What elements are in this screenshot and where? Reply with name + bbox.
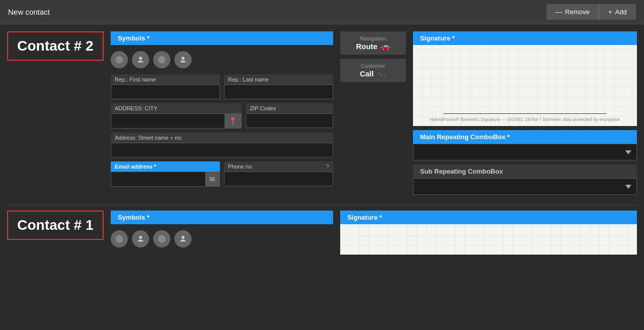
contact-1-title: Contact # 1 xyxy=(7,211,104,240)
contact-2-street-label: Address: Street name + no. xyxy=(111,133,333,143)
contact-2-email-input[interactable] xyxy=(111,173,205,186)
contact-2-phone-help-icon: ? xyxy=(326,163,329,170)
contact-2-signature-canvas[interactable]: HybridForms® Biometric Signature — ISO/I… xyxy=(413,45,637,126)
symbol-circle-2[interactable] xyxy=(153,51,170,68)
contact-2-nav-label: Navigation xyxy=(347,35,399,42)
contact-divider xyxy=(7,205,637,205)
contact-2-route-card[interactable]: Navigation Route 🚗 xyxy=(340,31,406,55)
contact-2-signature-footer: HybridForms® Biometric Signature — ISO/I… xyxy=(423,117,627,122)
svg-point-3 xyxy=(158,235,165,243)
contact-2-signature-group: Signature * HybridForms® Biometric Signa… xyxy=(413,31,637,126)
contact-2-first-name-group: Rep.: First name xyxy=(111,74,220,99)
contact-2-main-combo-group: Main Repeating ComboBox * xyxy=(413,130,637,160)
contact-2-first-name-label: Rep.: First name xyxy=(111,74,220,85)
contact-2-main-combo-label: Main Repeating ComboBox * xyxy=(413,130,637,144)
page-title: New contact xyxy=(8,8,50,16)
contact-2-email-group: Email address * ✉ xyxy=(111,161,220,187)
add-label: Add xyxy=(615,8,627,16)
main-content: Contact # 2 Symbols * xyxy=(0,24,644,265)
contact-2-phone-input[interactable] xyxy=(224,172,333,186)
contact-block-1: Contact # 1 Symbols * xyxy=(7,211,637,255)
contact-2-street-input[interactable] xyxy=(111,143,333,157)
contact-2-sub-combo-label: Sub Repeating ComboBox xyxy=(413,164,637,178)
contact-2-symbols-icons xyxy=(111,49,333,70)
contact-2-sub-combo-group: Sub Repeating ComboBox xyxy=(413,164,637,195)
contact-2-email-btn[interactable]: ✉ xyxy=(205,172,219,186)
contact-2-phone-label-text: Phone no. xyxy=(228,163,253,170)
contact-2-city-wrap: 📍 xyxy=(111,113,242,129)
contact-2-address-row: ADDRESS: CITY 📍 ZIP Codes xyxy=(111,103,333,129)
svg-point-0 xyxy=(115,56,123,64)
contact-2-email-label: Email address * xyxy=(111,161,220,172)
contact-2-sub-combo-select[interactable] xyxy=(413,178,637,195)
contact-2-phone-icon: 📞 xyxy=(377,69,386,78)
symbol-person-1[interactable] xyxy=(132,51,149,68)
contact-2-location-btn[interactable]: 📍 xyxy=(224,114,241,128)
contact-2-route-value: Route 🚗 xyxy=(347,42,399,51)
contact-2-phone-label: Phone no. ? xyxy=(224,161,333,172)
contact-2-city-input[interactable] xyxy=(111,114,224,128)
header-bar: New contact — Remove + Add xyxy=(0,0,644,24)
contact-2-symbols-header: Symbols * xyxy=(111,31,333,45)
remove-icon: — xyxy=(556,8,562,16)
contact-2-center-panel: Navigation Route 🚗 Customer Call 📞 xyxy=(340,31,406,82)
contact-1-symbols-icons xyxy=(111,228,333,250)
contact-2-title: Contact # 2 xyxy=(7,31,104,61)
contact-2-right-panel: Signature * HybridForms® Biometric Signa… xyxy=(413,31,637,195)
contact-2-street-wrap xyxy=(111,143,333,157)
contact-2-name-row: Rep.: First name Rep.: Last name xyxy=(111,74,333,99)
contact-2-signature-line xyxy=(443,113,606,114)
contact-1-symbol-person-1[interactable] xyxy=(132,230,149,247)
contact-2-city-group: ADDRESS: CITY 📍 xyxy=(111,103,242,129)
contact-2-last-name-wrap xyxy=(224,85,333,99)
contact-2-phone-group: Phone no. ? xyxy=(224,161,333,187)
contact-1-symbols-header: Symbols * xyxy=(111,211,333,224)
contact-1-signature-canvas[interactable] xyxy=(340,224,637,255)
contact-2-car-icon: 🚗 xyxy=(381,42,390,51)
contact-2-zip-input[interactable] xyxy=(246,114,333,128)
remove-label: Remove xyxy=(565,8,589,16)
contact-1-symbol-circle-1[interactable] xyxy=(111,230,128,247)
contact-2-signature-header: Signature * xyxy=(413,31,637,45)
svg-point-2 xyxy=(115,235,123,243)
contact-1-left-panel: Symbols * xyxy=(111,211,333,250)
contact-2-zip-wrap xyxy=(246,113,333,128)
contact-2-last-name-group: Rep.: Last name xyxy=(224,74,333,99)
contact-2-main-row: Contact # 2 Symbols * xyxy=(7,31,637,195)
contact-block-2: Contact # 2 Symbols * xyxy=(7,31,637,195)
contact-1-right-panel: Signature * xyxy=(340,211,637,255)
contact-2-left-panel: Symbols * xyxy=(111,31,333,187)
contact-2-first-name-wrap xyxy=(111,85,220,99)
contact-1-signature-group: Signature * xyxy=(340,211,637,255)
contact-1-main-row: Contact # 1 Symbols * xyxy=(7,211,637,255)
symbol-circle-1[interactable] xyxy=(111,51,128,68)
svg-point-1 xyxy=(158,56,165,64)
contact-2-customer-card[interactable]: Customer Call 📞 xyxy=(340,59,406,82)
contact-2-last-name-input[interactable] xyxy=(224,85,333,99)
contact-2-call-value: Call 📞 xyxy=(347,69,399,78)
contact-1-symbol-circle-2[interactable] xyxy=(153,230,170,247)
contact-2-street-row: Address: Street name + no. xyxy=(111,133,333,157)
contact-2-zip-label: ZIP Codes xyxy=(246,103,333,113)
contact-2-first-name-input[interactable] xyxy=(111,85,219,99)
header-actions: — Remove + Add xyxy=(546,4,636,20)
contact-2-zip-group: ZIP Codes xyxy=(246,103,333,129)
contact-2-customer-nav-label: Customer xyxy=(347,63,399,69)
add-button[interactable]: + Add xyxy=(599,4,636,20)
symbol-person-2[interactable] xyxy=(174,51,192,68)
contact-2-street-group: Address: Street name + no. xyxy=(111,133,333,157)
remove-button[interactable]: — Remove xyxy=(546,4,599,20)
contact-1-symbol-person-2[interactable] xyxy=(174,230,192,247)
contact-2-phone-wrap xyxy=(224,172,333,186)
add-icon: + xyxy=(608,8,612,16)
contact-2-last-name-label: Rep.: Last name xyxy=(224,74,333,85)
contact-2-city-label: ADDRESS: CITY xyxy=(111,103,242,113)
contact-2-main-combo-select[interactable] xyxy=(413,144,637,160)
contact-2-email-phone-row: Email address * ✉ Phone no. ? xyxy=(111,161,333,187)
contact-2-email-wrap: ✉ xyxy=(111,172,220,187)
contact-1-signature-header: Signature * xyxy=(340,211,637,224)
